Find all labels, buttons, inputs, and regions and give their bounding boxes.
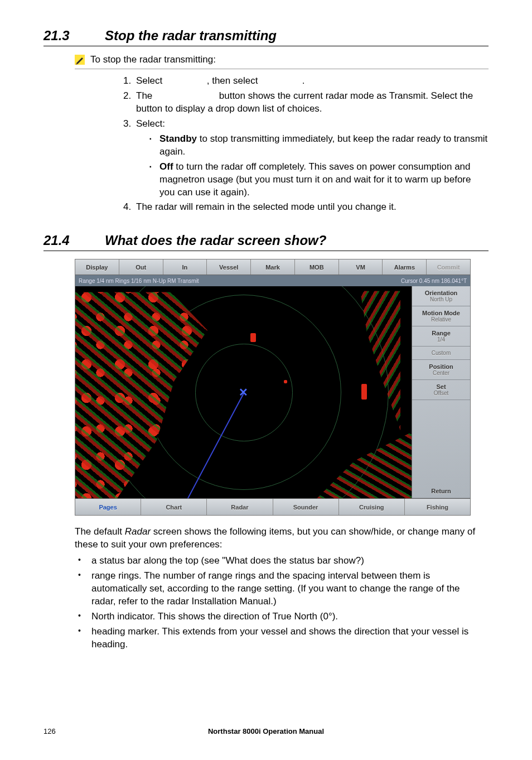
list-item: heading marker. This extends from your v… <box>75 626 477 651</box>
off-label: Off <box>159 161 173 172</box>
procedure-steps: Select , then select . The button shows … <box>119 75 489 214</box>
step-1-text-b: , then select <box>207 75 260 86</box>
side-spacer <box>412 400 470 484</box>
status-right: Cursor 0.45 nm 186.041°T <box>401 278 467 284</box>
feature-list: a status bar along the top (see "What do… <box>75 555 477 651</box>
side-panel: Orientation North Up Motion Mode Relativ… <box>412 286 470 498</box>
radar-screenshot: Display Out In Vessel Mark MOB VM Alarms… <box>75 259 471 516</box>
top-display-button[interactable]: Display <box>75 259 119 275</box>
side-label: Set <box>414 383 468 390</box>
pages-button[interactable]: Pages <box>75 499 141 515</box>
side-value: Relative <box>414 316 468 323</box>
section-21-4-heading: 21.4 What does the radar screen show? <box>43 233 489 251</box>
radar-echo <box>317 403 412 498</box>
side-label: Orientation <box>414 290 468 296</box>
side-label: Motion Mode <box>414 310 468 316</box>
standby-label: Standby <box>159 133 197 144</box>
section-number: 21.4 <box>43 233 105 248</box>
off-desc: to turn the radar off completely. This s… <box>159 161 471 198</box>
radar-middle: ✕ Orientation North Up Motion Mode Relat… <box>75 286 470 498</box>
side-label: Range <box>414 330 468 336</box>
step-2: The button shows the current radar mode … <box>134 90 489 116</box>
section-title: What does the radar screen show? <box>105 233 326 248</box>
own-vessel-icon: ✕ <box>239 386 248 399</box>
p1b: Radar <box>125 526 151 537</box>
page: 21.3 Stop the radar transmitting To stop… <box>0 0 532 760</box>
side-value: Offset <box>414 390 468 396</box>
section-title: Stop the radar transmitting <box>105 28 277 44</box>
section-number: 21.3 <box>43 28 105 44</box>
pencil-icon <box>75 55 85 65</box>
top-toolbar: Display Out In Vessel Mark MOB VM Alarms… <box>75 259 470 275</box>
side-value: Custom <box>414 350 468 356</box>
footer-title: Northstar 8000i Operation Manual <box>77 727 455 735</box>
step-1-text-a: Select <box>136 75 165 86</box>
fishing-button[interactable]: Fishing <box>405 499 470 515</box>
side-label: Position <box>414 363 468 370</box>
procedure-heading-row: To stop the radar transmitting: <box>75 54 489 69</box>
custom-button[interactable]: Custom <box>412 347 470 360</box>
list-item: a status bar along the top (see "What do… <box>75 555 477 567</box>
standby-desc: to stop transmitting immediately, but ke… <box>159 133 487 157</box>
step-2-text-b: button shows the current radar mode as T… <box>136 90 473 114</box>
top-mob-button[interactable]: MOB <box>295 259 339 275</box>
position-button[interactable]: Position Center <box>412 360 470 380</box>
step-4: The radar will remain in the selected mo… <box>134 201 489 214</box>
sounder-button[interactable]: Sounder <box>273 499 339 515</box>
status-left: Range 1/4 nm Rings 1/16 nm N-Up RM Trans… <box>79 278 199 284</box>
top-vessel-button[interactable]: Vessel <box>207 259 251 275</box>
top-commit-button[interactable]: Commit <box>427 259 470 275</box>
radar-screen: Display Out In Vessel Mark MOB VM Alarms… <box>75 259 471 516</box>
step-2-text-a: The <box>136 90 155 101</box>
step-3-bullet-off: Off to turn the radar off completely. Th… <box>149 161 489 199</box>
step-3: Select: Standby to stop transmitting imm… <box>134 118 489 199</box>
return-button[interactable]: Return <box>412 484 470 498</box>
step-3-bullets: Standby to stop transmitting immediately… <box>149 133 489 199</box>
step-3-text: Select: <box>136 118 165 129</box>
top-mark-button[interactable]: Mark <box>251 259 295 275</box>
side-value: 1/4 <box>414 336 468 343</box>
section-21-3-heading: 21.3 Stop the radar transmitting <box>43 28 489 46</box>
motion-mode-button[interactable]: Motion Mode Relative <box>412 306 470 326</box>
step-4-text: The radar will remain in the selected mo… <box>136 201 396 212</box>
step-1-text-c: . <box>302 75 305 86</box>
p1a: The default <box>75 526 125 537</box>
range-button[interactable]: Range 1/4 <box>412 326 470 347</box>
chart-button[interactable]: Chart <box>141 499 207 515</box>
intro-paragraph: The default Radar screen shows the follo… <box>75 526 477 551</box>
top-vm-button[interactable]: VM <box>339 259 383 275</box>
side-label: Return <box>414 488 468 494</box>
side-value: North Up <box>414 296 468 302</box>
cruising-button[interactable]: Cruising <box>339 499 405 515</box>
step-1: Select , then select . <box>134 75 489 88</box>
body-text: The default Radar screen shows the follo… <box>75 526 477 651</box>
top-in-button[interactable]: In <box>163 259 207 275</box>
radar-target <box>361 384 367 400</box>
radar-target <box>250 333 256 342</box>
set-offset-button[interactable]: Set Offset <box>412 380 470 400</box>
status-bar: Range 1/4 nm Rings 1/16 nm N-Up RM Trans… <box>75 275 470 286</box>
procedure-block: To stop the radar transmitting: Select ,… <box>75 54 489 214</box>
bottom-toolbar: Pages Chart Radar Sounder Cruising Fishi… <box>75 498 470 515</box>
radar-button[interactable]: Radar <box>207 499 273 515</box>
page-footer: 126 Northstar 8000i Operation Manual <box>43 727 489 735</box>
step-3-bullet-standby: Standby to stop transmitting immediately… <box>149 133 489 158</box>
radar-target <box>284 380 287 383</box>
top-out-button[interactable]: Out <box>119 259 163 275</box>
orientation-button[interactable]: Orientation North Up <box>412 286 470 306</box>
list-item: range rings. The number of range rings a… <box>75 570 477 608</box>
radar-display-area[interactable]: ✕ <box>75 286 412 498</box>
page-number: 126 <box>43 727 77 735</box>
procedure-title: To stop the radar transmitting: <box>90 54 216 65</box>
side-value: Center <box>414 370 468 376</box>
list-item: North indicator. This shows the directio… <box>75 610 477 623</box>
top-alarms-button[interactable]: Alarms <box>383 259 427 275</box>
